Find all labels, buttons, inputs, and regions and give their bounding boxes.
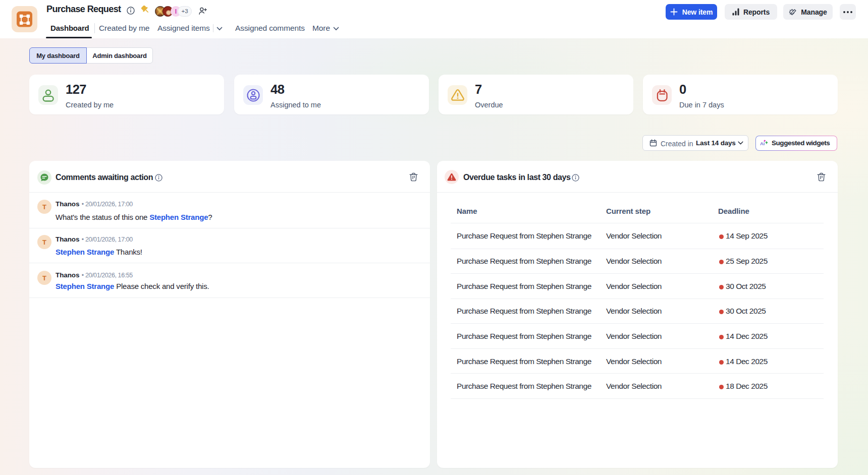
svg-text:Ai: Ai [760,141,765,146]
